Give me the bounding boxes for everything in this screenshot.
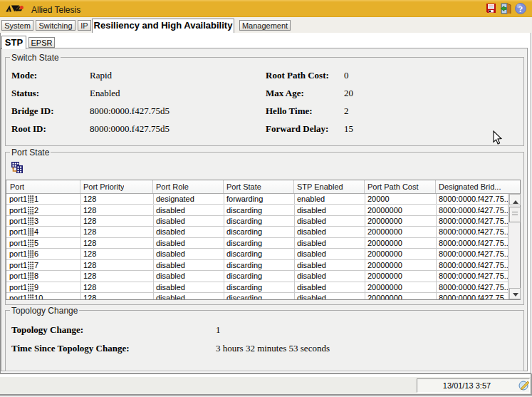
svg-text:?: ? — [518, 4, 523, 14]
